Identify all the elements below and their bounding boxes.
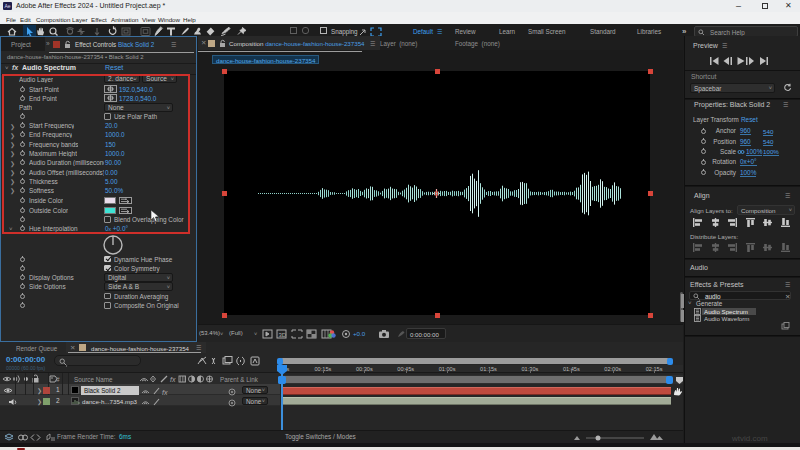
svg-text:fx: fx [170, 376, 176, 383]
svg-text:3D: 3D [279, 332, 287, 338]
svg-text:fx: fx [162, 389, 168, 396]
